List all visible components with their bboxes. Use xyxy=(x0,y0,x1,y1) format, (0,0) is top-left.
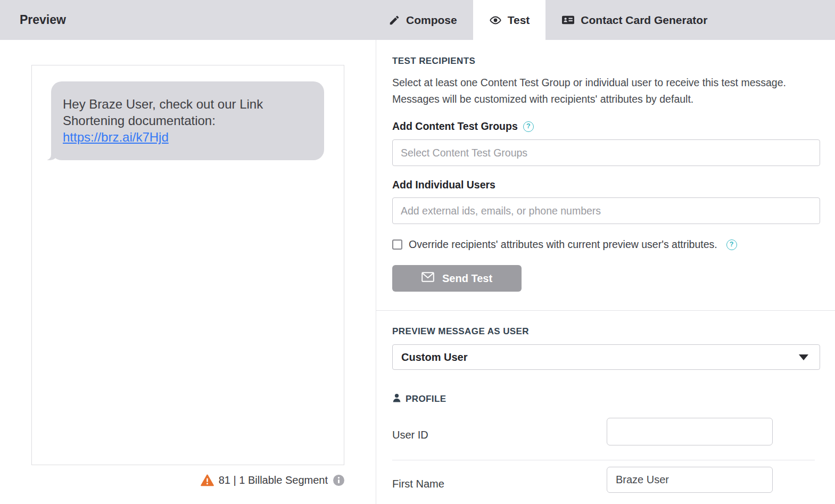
info-icon[interactable] xyxy=(333,475,344,486)
preview-user-dropdown[interactable]: Custom User xyxy=(392,344,820,370)
tab-test[interactable]: Test xyxy=(473,0,546,40)
question-icon[interactable]: ? xyxy=(726,239,737,250)
test-recipients-heading: TEST RECIPIENTS xyxy=(392,56,475,67)
content-test-groups-input[interactable] xyxy=(392,139,820,166)
user-id-label: User ID xyxy=(392,429,428,441)
header-bar: Preview Compose Test xyxy=(0,0,835,40)
sms-bubble: Hey Braze User, check out our Link Short… xyxy=(51,81,324,160)
preview-as-user-heading: PREVIEW MESSAGE AS USER xyxy=(392,326,529,337)
question-icon[interactable]: ? xyxy=(523,121,534,132)
tab-contact-card-generator[interactable]: Contact Card Generator xyxy=(545,0,723,40)
override-label: Override recipients' attributes with cur… xyxy=(409,238,717,251)
content-test-groups-label: Add Content Test Groups ? xyxy=(392,120,534,133)
profile-heading: PROFILE xyxy=(392,393,446,405)
individual-users-input[interactable] xyxy=(392,197,820,224)
contact-card-icon xyxy=(561,13,575,27)
eye-icon xyxy=(489,14,502,27)
user-id-input[interactable] xyxy=(607,418,773,445)
panel-divider xyxy=(376,40,376,504)
selected-user: Custom User xyxy=(401,351,467,363)
warning-triangle-icon xyxy=(201,474,214,486)
billable-segment-row: 81 | 1 Billable Segment xyxy=(31,474,344,486)
person-icon xyxy=(392,393,401,405)
first-name-input[interactable] xyxy=(607,467,773,493)
tab-label: Compose xyxy=(406,14,457,27)
tab-bar: Compose Test xyxy=(373,0,723,40)
page: Preview Compose Test xyxy=(0,0,835,504)
caret-down-icon xyxy=(799,354,808,360)
envelope-icon xyxy=(421,272,434,285)
override-checkbox[interactable] xyxy=(392,239,402,250)
field-divider xyxy=(392,460,815,460)
profile-heading-text: PROFILE xyxy=(406,394,446,404)
sms-link[interactable]: https://brz.ai/k7Hjd xyxy=(63,130,169,144)
billable-segment-text: 81 | 1 Billable Segment xyxy=(219,474,328,486)
tab-label: Contact Card Generator xyxy=(581,14,707,27)
override-row: Override recipients' attributes with cur… xyxy=(392,238,737,251)
tab-compose[interactable]: Compose xyxy=(373,0,473,40)
message-preview-panel: Hey Braze User, check out our Link Short… xyxy=(31,65,344,465)
first-name-label: First Name xyxy=(392,478,444,490)
send-test-label: Send Test xyxy=(442,272,492,285)
individual-users-label: Add Individual Users xyxy=(392,179,495,191)
send-test-button[interactable]: Send Test xyxy=(392,265,522,292)
label-text: Add Content Test Groups xyxy=(392,120,518,133)
section-divider xyxy=(376,310,835,311)
pencil-icon xyxy=(388,14,400,26)
label-text: Add Individual Users xyxy=(392,179,495,191)
test-recipients-description: Select at least one Content Test Group o… xyxy=(392,75,787,108)
tab-label: Test xyxy=(508,14,530,27)
page-title: Preview xyxy=(20,0,66,40)
sms-message-text: Hey Braze User, check out our Link Short… xyxy=(63,97,263,128)
